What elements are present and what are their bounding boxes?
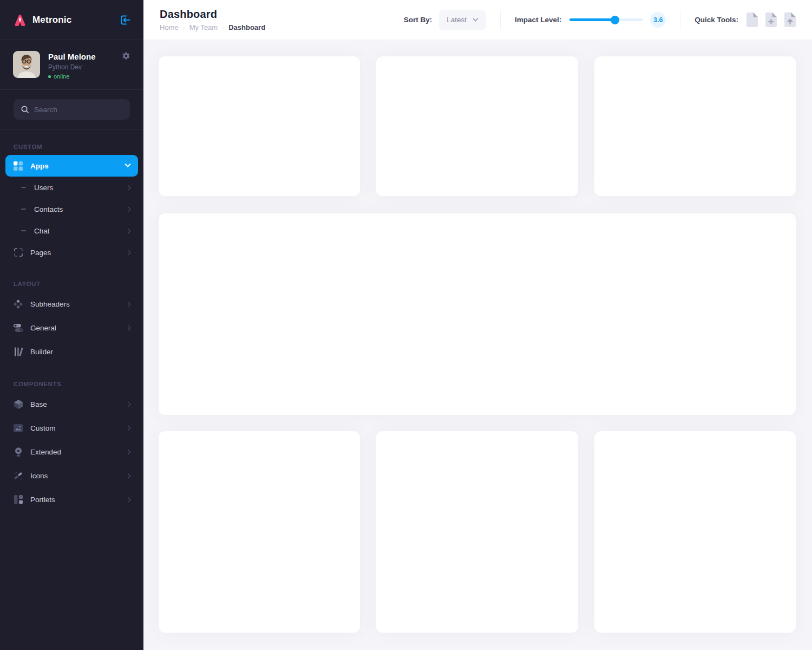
chevron-right-icon (126, 185, 131, 190)
section-label-custom: CUSTOM (0, 144, 143, 150)
file-icon[interactable] (746, 12, 758, 27)
search-input-wrapper[interactable] (14, 99, 130, 120)
sidebar-item-apps[interactable]: Apps (5, 155, 138, 177)
app-window: Metronic Paul Melone Python Dev online (0, 0, 812, 650)
file-upload-icon[interactable] (784, 12, 796, 27)
chevron-right-icon (126, 425, 131, 431)
chevron-right-icon (126, 473, 131, 478)
menu-label: Pages (30, 249, 51, 257)
menu-label: General (30, 324, 56, 332)
sidebar-item-pages[interactable]: Pages (0, 242, 143, 263)
card-row-top (159, 56, 796, 196)
menu-label: Users (34, 184, 53, 192)
menu-label: Chat (34, 227, 50, 235)
sidebar-item-users[interactable]: Users (0, 177, 143, 198)
chevron-right-icon (126, 301, 131, 307)
menu-label: Subheaders (30, 300, 70, 308)
breadcrumb-current: Dashboard (228, 23, 265, 31)
card-row-bottom (159, 431, 796, 633)
menu-label: Portlets (30, 496, 55, 504)
sidebar: Metronic Paul Melone Python Dev online (0, 0, 143, 650)
user-status: online (48, 73, 122, 80)
chevron-right-icon (126, 497, 131, 502)
sort-dropdown[interactable]: Latest (439, 10, 486, 30)
dash-bullet-icon (21, 230, 26, 231)
portlets-icon (14, 495, 23, 504)
user-role: Python Dev (48, 63, 122, 71)
content-grid (143, 40, 812, 650)
menu-label: Base (30, 400, 47, 408)
user-name: Paul Melone (48, 52, 122, 61)
settings-gear-icon[interactable] (122, 52, 130, 80)
bars-icon (14, 347, 23, 356)
main-area: Dashboard Home - My Team - Dashboard Sor… (143, 0, 812, 650)
file-plus-icon[interactable] (765, 12, 777, 27)
user-panel: Paul Melone Python Dev online (0, 40, 143, 90)
menu-label: Icons (30, 472, 48, 480)
impact-slider[interactable] (569, 16, 643, 24)
card (594, 431, 796, 633)
sidebar-item-contacts[interactable]: Contacts (0, 198, 143, 220)
sidebar-item-general[interactable]: General (0, 316, 143, 340)
card-wide (159, 213, 796, 415)
diamonds-icon (14, 300, 23, 309)
cube-icon (14, 400, 23, 409)
section-label-layout: LAYOUT (0, 281, 143, 287)
sidebar-item-subheaders[interactable]: Subheaders (0, 292, 143, 316)
user-info: Paul Melone Python Dev online (48, 51, 122, 80)
card (159, 431, 360, 633)
card (376, 56, 578, 196)
avatar[interactable] (13, 51, 40, 78)
search-input[interactable] (34, 106, 121, 114)
quick-tools (746, 12, 796, 27)
sidebar-item-custom[interactable]: Custom (0, 416, 143, 440)
divider (500, 11, 501, 29)
chevron-right-icon (126, 401, 131, 407)
sidebar-item-base[interactable]: Base (0, 392, 143, 416)
image-icon (14, 424, 23, 432)
breadcrumb: Home - My Team - Dashboard (160, 23, 265, 31)
dash-bullet-icon (21, 187, 26, 188)
breadcrumb-home[interactable]: Home (160, 23, 179, 31)
divider (680, 11, 680, 29)
impact-slider-handle[interactable] (611, 16, 619, 24)
globe-icon (14, 447, 23, 457)
page-title: Dashboard (160, 8, 265, 21)
sidebar-collapse-icon[interactable] (120, 14, 132, 26)
menu-label: Contacts (34, 205, 63, 213)
chevron-right-icon (126, 250, 131, 255)
sort-dropdown-value: Latest (447, 16, 467, 24)
impact-slider-fill (569, 18, 615, 21)
broken-link-icon (14, 471, 23, 480)
metronic-logo-icon (13, 13, 27, 27)
card (159, 56, 360, 196)
sidebar-item-chat[interactable]: Chat (0, 220, 143, 242)
chevron-down-icon (473, 18, 479, 22)
chevron-right-icon (126, 325, 131, 330)
menu-label: Extended (30, 448, 61, 456)
sidebar-item-builder[interactable]: Builder (0, 340, 143, 363)
sidebar-nav: CUSTOM Apps Users Contacts (0, 129, 143, 511)
impact-value-badge: 3.6 (650, 12, 666, 28)
breadcrumb-separator: - (183, 24, 185, 31)
topbar-tools: Sort By: Latest Impact Level: 3.6 (404, 10, 796, 30)
breadcrumb-separator: - (222, 24, 224, 31)
chevron-right-icon (126, 228, 131, 233)
status-text: online (54, 73, 69, 80)
menu-label: Apps (30, 162, 49, 170)
page-head: Dashboard Home - My Team - Dashboard (160, 8, 265, 31)
menu-label: Custom (30, 424, 56, 432)
search-icon (21, 105, 29, 114)
sidebar-item-portlets[interactable]: Portlets (0, 487, 143, 511)
breadcrumb-my-team[interactable]: My Team (189, 23, 218, 31)
impact-level-label: Impact Level: (515, 16, 561, 24)
search-section (0, 90, 143, 129)
slider-track (569, 18, 643, 21)
quick-tools-label: Quick Tools: (695, 16, 738, 24)
chevron-right-icon (126, 206, 131, 212)
frame-icon (14, 248, 23, 257)
sidebar-item-icons[interactable]: Icons (0, 464, 143, 487)
sidebar-item-extended[interactable]: Extended (0, 440, 143, 464)
chevron-down-icon (125, 161, 130, 167)
sidebar-brand: Metronic (0, 0, 143, 40)
